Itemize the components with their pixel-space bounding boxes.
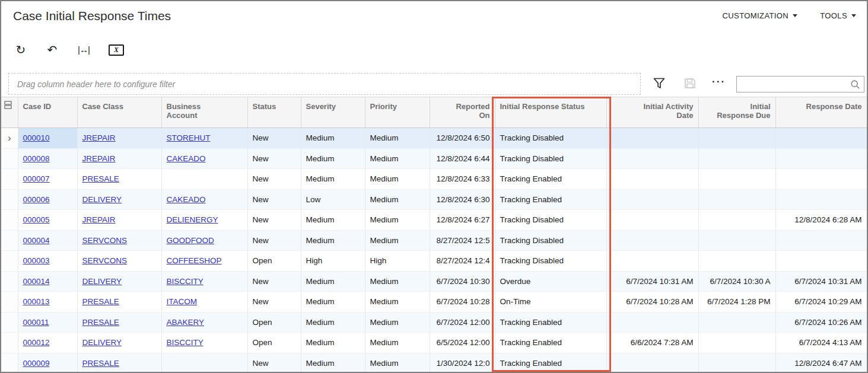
column-header-initial_response_due[interactable]: Initial Response Due: [698, 97, 775, 128]
search-icon[interactable]: [850, 79, 860, 90]
column-header-initial_response_status[interactable]: Initial Response Status: [495, 97, 606, 128]
table-row[interactable]: 000006DELIVERYCAKEADONewLowMedium12/8/20…: [1, 189, 867, 210]
cell-case_class: PRESALE: [77, 169, 161, 190]
business_account-link[interactable]: ITACOM: [167, 297, 198, 306]
case_id-link[interactable]: 000009: [23, 359, 50, 368]
row-selector[interactable]: [1, 353, 18, 373]
case_id-link[interactable]: 000003: [23, 256, 50, 265]
case_id-link[interactable]: 000012: [23, 338, 50, 347]
case_id-link[interactable]: 000006: [23, 195, 50, 204]
case_class-link[interactable]: DELIVERY: [82, 338, 122, 347]
row-selector[interactable]: [1, 189, 18, 210]
column-header-case_id[interactable]: Case ID: [18, 97, 77, 128]
cell-reported_on: 12/8/2024 6:44: [430, 148, 495, 169]
business_account-link[interactable]: STOREHUT: [167, 133, 211, 142]
column-header-response_date[interactable]: Response Date: [775, 97, 867, 128]
row-selector[interactable]: [1, 271, 18, 292]
cell-case_id: 000010: [18, 128, 77, 149]
table-row[interactable]: ›000010JREPAIRSTOREHUTNewMediumMedium12/…: [1, 128, 867, 149]
cell-reported_on: 8/27/2024 12:5: [430, 230, 495, 251]
cell-response_date: [775, 148, 867, 169]
column-header-label: Business Account: [167, 102, 208, 120]
column-header-status[interactable]: Status: [247, 97, 301, 128]
row-selector[interactable]: [1, 333, 18, 353]
case_id-link[interactable]: 000008: [23, 154, 50, 163]
case_id-link[interactable]: 000004: [23, 236, 50, 245]
business_account-link[interactable]: BISCCITY: [167, 338, 204, 347]
row-selector[interactable]: [1, 292, 18, 313]
case_class-link[interactable]: PRESALE: [82, 297, 119, 306]
cell-business_account: BISCCITY: [161, 271, 247, 292]
table-row[interactable]: 000005JREPAIRDELIENERGYNewMediumMedium12…: [1, 210, 867, 231]
fit-width-icon[interactable]: |↔|: [77, 43, 90, 57]
row-selector[interactable]: [1, 251, 18, 272]
cell-case_class: DELIVERY: [77, 271, 161, 292]
customization-menu[interactable]: CUSTOMIZATION: [723, 11, 798, 20]
column-header-severity[interactable]: Severity: [301, 97, 365, 128]
table-row[interactable]: 000012DELIVERYBISCCITYOpenMediumMedium6/…: [1, 333, 867, 353]
filter-drop-zone[interactable]: Drag column header here to configure fil…: [8, 73, 641, 95]
case_class-link[interactable]: DELIVERY: [82, 277, 122, 286]
row-settings-icon[interactable]: [1, 97, 18, 128]
case_class-link[interactable]: PRESALE: [82, 174, 119, 183]
case_class-link[interactable]: PRESALE: [82, 359, 119, 368]
case_id-link[interactable]: 000005: [23, 215, 50, 224]
grid-search: [736, 76, 864, 93]
business_account-link[interactable]: GOODFOOD: [167, 236, 214, 245]
case_class-link[interactable]: JREPAIR: [82, 154, 116, 163]
case_id-link[interactable]: 000007: [23, 174, 50, 183]
case_id-link[interactable]: 000011: [23, 318, 49, 327]
column-header-initial_activity_date[interactable]: Initial Activity Date: [606, 97, 698, 128]
table-row[interactable]: 000003SERVCONSCOFFEESHOPOpenHighHigh8/27…: [1, 251, 867, 272]
case_class-link[interactable]: DELIVERY: [82, 195, 122, 204]
table-row[interactable]: 000004SERVCONSGOODFOODNewMediumMedium8/2…: [1, 230, 867, 251]
search-input[interactable]: [737, 80, 850, 89]
cell-initial_response_status: Tracking Enabled: [495, 312, 606, 333]
case_id-link[interactable]: 000014: [23, 277, 50, 286]
cell-reported_on: 6/7/2024 10:28: [430, 292, 495, 313]
refresh-icon[interactable]: ↻: [14, 43, 27, 57]
table-row[interactable]: 000008JREPAIRCAKEADONewMediumMedium12/8/…: [1, 148, 867, 169]
more-options-button[interactable]: ...: [712, 74, 726, 85]
filter-funnel-icon[interactable]: [653, 77, 666, 92]
export-excel-icon[interactable]: X: [109, 44, 124, 56]
table-row[interactable]: 000007PRESALENewMediumMedium12/8/2024 6:…: [1, 169, 867, 190]
row-selector[interactable]: [1, 312, 18, 333]
case_class-link[interactable]: JREPAIR: [82, 215, 116, 224]
business_account-link[interactable]: CAKEADO: [167, 154, 206, 163]
cell-response_date: 12/8/2024 6:28 AM: [775, 210, 867, 231]
column-header-case_class[interactable]: Case Class: [77, 97, 161, 128]
cell-reported_on: 6/7/2024 10:30: [430, 271, 495, 292]
case_class-link[interactable]: PRESALE: [82, 318, 119, 327]
column-header-reported_on[interactable]: Reported On: [430, 97, 495, 128]
business_account-link[interactable]: BISCCITY: [167, 277, 204, 286]
table-row[interactable]: 000011PRESALEABAKERYOpenMediumMedium6/7/…: [1, 312, 867, 333]
business_account-link[interactable]: CAKEADO: [167, 195, 206, 204]
column-header-label: Initial Response Due: [714, 102, 771, 120]
undo-icon[interactable]: ↶: [46, 43, 59, 57]
business_account-link[interactable]: ABAKERY: [167, 318, 205, 327]
cell-priority: Medium: [365, 148, 430, 169]
row-selector[interactable]: [1, 210, 18, 231]
tools-menu[interactable]: TOOLS: [820, 11, 856, 20]
row-selector[interactable]: [1, 230, 18, 251]
case_id-link[interactable]: 000013: [23, 297, 50, 306]
case_id-link[interactable]: 000010: [23, 133, 50, 142]
cell-case_class: PRESALE: [77, 312, 161, 333]
case_class-link[interactable]: JREPAIR: [82, 133, 116, 142]
business_account-link[interactable]: DELIENERGY: [167, 215, 218, 224]
row-selector[interactable]: [1, 169, 18, 190]
table-row[interactable]: 000009PRESALENewMediumMedium1/30/2024 12…: [1, 353, 867, 373]
business_account-link[interactable]: COFFEESHOP: [167, 256, 222, 265]
row-selector[interactable]: [1, 148, 18, 169]
column-header-business_account[interactable]: Business Account: [161, 97, 247, 128]
cell-initial_activity_date: [606, 128, 698, 149]
table-row[interactable]: 000013PRESALEITACOMNewMediumMedium6/7/20…: [1, 292, 867, 313]
table-row[interactable]: 000014DELIVERYBISCCITYNewMediumMedium6/7…: [1, 271, 867, 292]
filter-hint-text: Drag column header here to configure fil…: [9, 79, 175, 89]
case_class-link[interactable]: SERVCONS: [82, 236, 128, 245]
column-header-priority[interactable]: Priority: [365, 97, 430, 128]
case_class-link[interactable]: SERVCONS: [82, 256, 128, 265]
row-selector-active[interactable]: ›: [1, 128, 18, 149]
cell-initial_activity_date: 6/7/2024 10:28 AM: [606, 292, 698, 313]
